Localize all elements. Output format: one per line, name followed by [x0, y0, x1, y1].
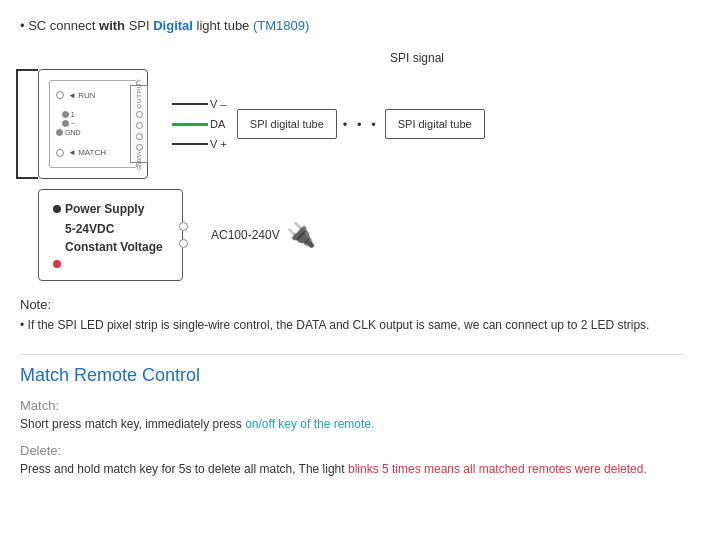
match-label: ◄ MATCH — [68, 148, 106, 157]
match-remote-section: Match Remote Control Match: Short press … — [20, 365, 684, 478]
header-sc-text: SC connect — [28, 18, 99, 33]
ac-label: AC100-240V — [211, 228, 280, 242]
spi-tube-2: SPI digital tube — [385, 109, 485, 139]
v-minus-label: V – — [210, 98, 227, 110]
run-circle — [56, 91, 64, 99]
power-line2: 5-24VDC — [65, 220, 168, 238]
power-title-row: Power Supply — [53, 200, 168, 218]
header-light-text: light tube — [197, 18, 253, 33]
mid-text-2: ~ — [71, 120, 75, 127]
wire-area: V – DA V + — [172, 94, 227, 154]
v-minus-wire — [172, 103, 208, 105]
header-digital-text: Digital — [153, 18, 193, 33]
power-box: Power Supply 5-24VDC Constant Voltage — [38, 189, 183, 281]
mid-text-3: GND — [65, 129, 81, 136]
output-sublabel: GND/V+ — [136, 151, 142, 170]
power-circle-top — [179, 222, 188, 231]
header-with-bold: with — [99, 18, 125, 33]
match-circle — [56, 149, 64, 157]
delete-subhead: Delete: — [20, 443, 684, 458]
match-body-cyan: on/off key of the remote. — [245, 417, 374, 431]
bracket-top-line — [16, 69, 38, 71]
v-plus-wire — [172, 143, 208, 145]
run-label: ◄ RUN — [68, 91, 95, 100]
left-bracket-line — [16, 69, 18, 179]
out-circle-3 — [136, 133, 143, 140]
delete-body: Press and hold match key for 5s to delet… — [20, 460, 684, 478]
mid-text-1: 1 — [71, 111, 75, 118]
output-strip: OUTPUT GND/V+ — [130, 85, 148, 163]
power-red-row — [53, 260, 168, 268]
ac-plug-group: AC100-240V 🔌 — [203, 221, 316, 249]
note-body: • If the SPI LED pixel strip is single-w… — [20, 316, 684, 334]
out-circle-2 — [136, 122, 143, 129]
bullet-dot: • — [20, 18, 25, 33]
mid-circle-2 — [62, 120, 69, 127]
v-plus-row: V + — [172, 134, 227, 154]
output-circles — [136, 111, 143, 151]
spi-tube-1: SPI digital tube — [237, 109, 337, 139]
note-title: Note: — [20, 297, 684, 312]
controller-box: ◄ RUN 1 ~ — [38, 69, 148, 179]
bracket-bot-line — [16, 177, 38, 179]
da-label: DA — [210, 118, 225, 130]
power-line3: Constant Voltage — [65, 238, 168, 256]
match-body-plain: Short press match key, immediately press — [20, 417, 245, 431]
match-subhead: Match: — [20, 398, 684, 413]
v-minus-row: V – — [172, 94, 227, 114]
v-plus-label: V + — [210, 138, 227, 150]
power-dot-black — [53, 205, 61, 213]
header-spi-text: SPI — [129, 18, 154, 33]
ctrl-match-row: ◄ MATCH — [56, 148, 130, 157]
plug-icon: 🔌 — [286, 221, 316, 249]
delete-body-red: blinks 5 times means all matched remotes… — [348, 462, 647, 476]
note-text: If the SPI LED pixel strip is single-wir… — [28, 318, 650, 332]
output-label: OUTPUT — [136, 78, 142, 109]
section-divider — [20, 354, 684, 355]
ctrl-run-row: ◄ RUN — [56, 91, 130, 100]
diagram-section: SPI signal ◄ RUN — [20, 51, 684, 281]
dots-connector: • • • — [343, 117, 379, 132]
power-dot-red — [53, 260, 61, 268]
note-section: Note: • If the SPI LED pixel strip is si… — [20, 297, 684, 334]
section-header: • SC connect with SPI Digital light tube… — [20, 18, 684, 33]
power-lines-group: 5-24VDC Constant Voltage — [65, 220, 168, 256]
note-bullet-dot: • — [20, 318, 24, 332]
ctrl-mid-row: 1 ~ GND — [56, 111, 130, 136]
da-row: DA — [172, 114, 227, 134]
spi-signal-label: SPI signal — [390, 51, 444, 65]
mid-circle-1 — [62, 111, 69, 118]
out-circle-1 — [136, 111, 143, 118]
delete-body-plain: Press and hold match key for 5s to delet… — [20, 462, 348, 476]
match-body: Short press match key, immediately press… — [20, 415, 684, 433]
power-line1: Power Supply — [65, 200, 144, 218]
power-circles-right — [179, 222, 188, 248]
spi-tubes-group: SPI digital tube • • • SPI digital tube — [237, 109, 485, 139]
header-tm1809: (TM1809) — [253, 18, 309, 33]
power-row: Power Supply 5-24VDC Constant Voltage AC… — [38, 189, 316, 281]
controller-inner: ◄ RUN 1 ~ — [49, 80, 137, 168]
power-circle-bot — [179, 239, 188, 248]
match-section-title: Match Remote Control — [20, 365, 684, 386]
mid-circle-3 — [56, 129, 63, 136]
da-wire — [172, 123, 208, 126]
